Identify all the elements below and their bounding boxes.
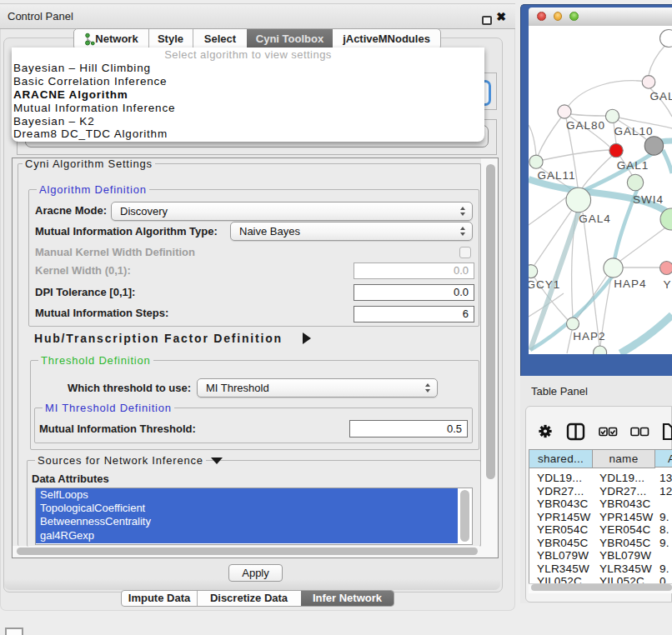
svg-text:GAL4: GAL4 bbox=[579, 212, 611, 225]
svg-text:GAL10: GAL10 bbox=[614, 125, 653, 138]
svg-text:Y: Y bbox=[664, 278, 672, 291]
svg-text:HAP2: HAP2 bbox=[573, 330, 605, 342]
svg-text:GAL1: GAL1 bbox=[617, 159, 649, 172]
svg-text:GAL80: GAL80 bbox=[566, 119, 605, 132]
svg-text:HAP4: HAP4 bbox=[614, 278, 646, 290]
svg-text:SWI4: SWI4 bbox=[633, 193, 664, 206]
svg-text:GCY1: GCY1 bbox=[529, 278, 560, 291]
svg-text:GAL: GAL bbox=[650, 90, 672, 102]
svg-text:GAL11: GAL11 bbox=[537, 169, 575, 182]
